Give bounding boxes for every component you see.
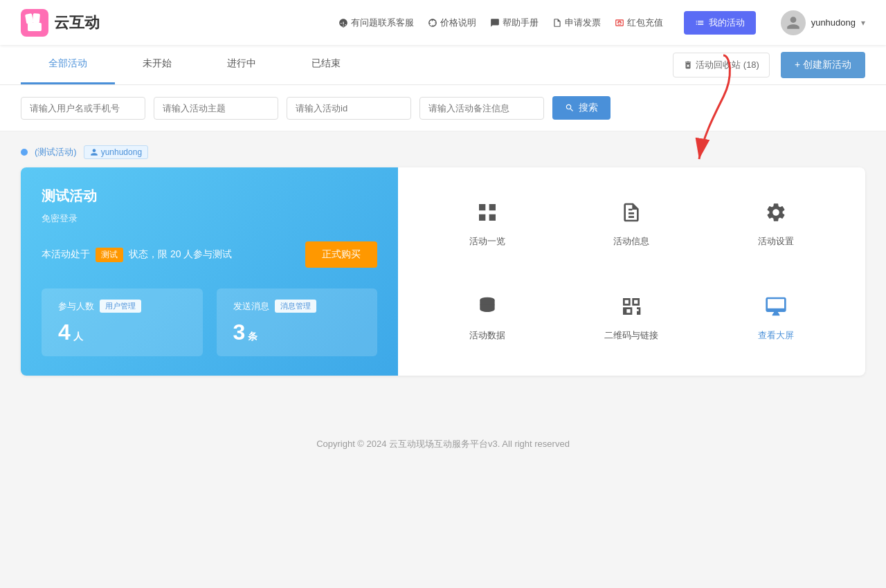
footer: Copyright © 2024 云互动现场互动服务平台v3. All righ…	[0, 417, 886, 471]
recharge-icon	[615, 18, 624, 28]
search-note-input[interactable]	[419, 97, 544, 120]
search-bar: 搜索	[0, 85, 886, 131]
gear-icon	[765, 201, 787, 228]
my-activity-icon	[695, 18, 705, 28]
buy-label: 正式购买	[322, 248, 361, 259]
my-activity-label: 我的活动	[709, 17, 745, 29]
activity-tags: (测试活动) yunhudong	[21, 145, 865, 159]
tab-not-started[interactable]: 未开始	[115, 45, 199, 84]
nav-pricing-label: 价格说明	[440, 17, 476, 29]
nav-support-label: 有问题联系客服	[351, 17, 414, 29]
create-activity-button[interactable]: + 创建新活动	[781, 52, 865, 78]
help-icon	[490, 18, 500, 28]
nav-invoice-label: 申请发票	[565, 17, 601, 29]
tab-all-label: 全部活动	[48, 57, 87, 68]
buy-button[interactable]: 正式购买	[305, 241, 377, 268]
footer-text: Copyright © 2024 云互动现场互动服务平台v3. All righ…	[316, 439, 570, 449]
tab-in-progress[interactable]: 进行中	[199, 45, 284, 84]
my-activity-button[interactable]: 我的活动	[684, 11, 756, 35]
activity-card: 测试活动 免密登录 本活动处于 测试 状态，限 20 人参与测试 正式购买 参与…	[21, 167, 865, 376]
search-theme-input[interactable]	[154, 97, 278, 120]
card-title: 测试活动	[42, 187, 377, 205]
tabs-list: 全部活动 未开始 进行中 已结束	[21, 45, 673, 84]
stat-messages: 发送消息 消息管理 3条	[217, 288, 378, 356]
monitor-icon	[765, 295, 787, 322]
action-activity-info[interactable]: 活动信息	[563, 194, 700, 255]
search-icon	[565, 103, 575, 113]
recycle-count: (18)	[743, 59, 759, 70]
action-data-label: 活动数据	[469, 329, 505, 342]
activity-dot	[21, 149, 28, 156]
create-label: + 创建新活动	[795, 59, 851, 71]
nav-support[interactable]: 有问题联系客服	[338, 17, 414, 29]
user-manage-button[interactable]: 用户管理	[100, 300, 141, 313]
grid-icon	[476, 201, 498, 228]
user-avatar	[781, 10, 806, 35]
qr-icon	[620, 295, 642, 322]
doc-icon	[620, 201, 642, 228]
nav-recharge-label: 红包充值	[627, 17, 663, 29]
card-right: 活动一览 活动信息 活动设置 活动数据	[398, 167, 865, 376]
activity-tag-user: yunhudong	[84, 145, 148, 159]
database-icon	[476, 295, 498, 322]
tab-all[interactable]: 全部活动	[21, 45, 115, 84]
status-suffix: 状态，限 20 人参与测试	[129, 248, 232, 261]
logo[interactable]: 云互动	[21, 9, 100, 37]
tab-ended-label: 已结束	[311, 57, 341, 68]
action-info-label: 活动信息	[613, 235, 649, 248]
action-activity-settings[interactable]: 活动设置	[707, 194, 844, 255]
tab-in-progress-label: 进行中	[227, 57, 256, 68]
status-prefix: 本活动处于	[42, 248, 90, 261]
card-subtitle: 免密登录	[42, 212, 377, 225]
action-bigscreen[interactable]: 查看大屏	[707, 288, 844, 349]
content: (测试活动) yunhudong 测试活动 免密登录 本活动处于 测试 状态，限…	[0, 131, 886, 389]
user-tag-icon	[90, 148, 98, 156]
trash-icon	[683, 60, 693, 70]
card-status-row: 本活动处于 测试 状态，限 20 人参与测试 正式购买	[42, 241, 377, 268]
username: yunhudong	[811, 17, 856, 28]
card-left: 测试活动 免密登录 本活动处于 测试 状态，限 20 人参与测试 正式购买 参与…	[21, 167, 398, 376]
stat-participants-value: 4人	[58, 320, 186, 345]
search-button[interactable]: 搜索	[552, 96, 611, 120]
user-section[interactable]: yunhudong ▾	[781, 10, 865, 35]
action-activity-list[interactable]: 活动一览	[419, 194, 556, 255]
nav-invoice[interactable]: 申请发票	[552, 17, 601, 29]
svg-rect-2	[33, 13, 40, 24]
pricing-icon	[428, 18, 437, 28]
action-qr-label: 二维码与链接	[604, 329, 658, 342]
action-list-label: 活动一览	[469, 235, 505, 248]
tag-user-name: yunhudong	[101, 147, 142, 157]
stat-participants-label: 参与人数 用户管理	[58, 300, 186, 313]
nav-recharge[interactable]: 红包充值	[615, 17, 663, 29]
msg-manage-button[interactable]: 消息管理	[275, 300, 316, 313]
action-settings-label: 活动设置	[758, 235, 794, 248]
logo-icon	[21, 9, 48, 37]
nav-help-label: 帮助手册	[503, 17, 539, 29]
stat-messages-label: 发送消息 消息管理	[233, 300, 361, 313]
nav-help[interactable]: 帮助手册	[490, 17, 539, 29]
action-qrcode[interactable]: 二维码与链接	[563, 288, 700, 349]
tabs-bar: 全部活动 未开始 进行中 已结束 活动回收站 (18) + 创建新活动	[0, 45, 886, 85]
recycle-label: 活动回收站	[696, 59, 741, 71]
card-stats: 参与人数 用户管理 4人 发送消息 消息管理 3条	[42, 288, 377, 356]
dropdown-arrow: ▾	[861, 18, 865, 28]
invoice-icon	[552, 18, 562, 28]
support-icon	[338, 18, 348, 28]
logo-text: 云互动	[54, 12, 100, 33]
tab-not-started-label: 未开始	[143, 57, 172, 68]
action-activity-data[interactable]: 活动数据	[419, 288, 556, 349]
header: 云互动 有问题联系客服 价格说明 帮助手册 申请发票 红包充值 我的活动	[0, 0, 886, 45]
nav-links: 有问题联系客服 价格说明 帮助手册 申请发票 红包充值 我的活动 yunhudo…	[338, 10, 865, 35]
activity-tag-name[interactable]: (测试活动)	[35, 146, 77, 158]
test-badge: 测试	[96, 248, 123, 262]
tab-ended[interactable]: 已结束	[284, 45, 368, 84]
stat2-label-text: 发送消息	[233, 300, 269, 313]
search-btn-label: 搜索	[579, 102, 598, 114]
action-bigscreen-label: 查看大屏	[758, 329, 794, 342]
recycle-bin[interactable]: 活动回收站 (18)	[673, 53, 770, 77]
svg-rect-3	[28, 23, 42, 31]
nav-pricing[interactable]: 价格说明	[428, 17, 476, 29]
search-id-input[interactable]	[287, 97, 411, 120]
search-user-input[interactable]	[21, 97, 145, 120]
stat1-label-text: 参与人数	[58, 300, 94, 313]
